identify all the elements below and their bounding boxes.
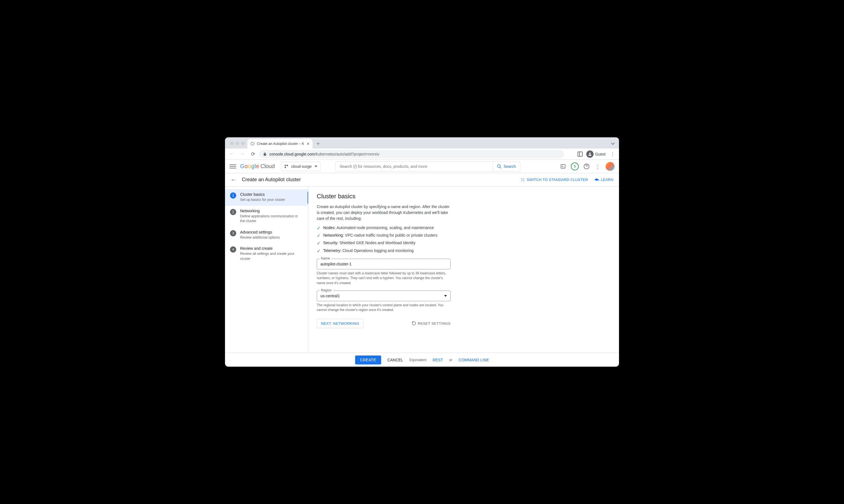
search-button-label: Search bbox=[504, 164, 516, 169]
learn-link[interactable]: LEARN bbox=[594, 178, 613, 182]
url-host: console.cloud.google.com bbox=[269, 152, 315, 156]
feature-telemetry: ✓ Telemetry: Cloud Operations logging an… bbox=[317, 248, 611, 254]
svg-point-8 bbox=[521, 180, 522, 181]
search-button[interactable]: Search bbox=[493, 162, 520, 171]
section-heading: Cluster basics bbox=[317, 193, 611, 200]
project-icon bbox=[285, 165, 288, 168]
tabs-dropdown-icon[interactable] bbox=[609, 140, 617, 148]
traffic-light-min[interactable] bbox=[235, 142, 239, 145]
page-footer: CREATE CANCEL Equivalent REST or COMMAND… bbox=[225, 353, 619, 367]
utilities-menu-icon[interactable]: ⋮ bbox=[594, 163, 601, 170]
tab-close-icon[interactable]: ✕ bbox=[306, 142, 310, 146]
tab-title: Create an Autopilot cluster – K bbox=[257, 142, 304, 146]
search-box[interactable]: Search bbox=[336, 161, 520, 172]
profile-chip[interactable]: Guest bbox=[586, 150, 605, 158]
panel-toggle-icon[interactable] bbox=[577, 151, 583, 158]
svg-point-7 bbox=[524, 178, 524, 179]
command-line-link[interactable]: COMMAND LINE bbox=[459, 358, 489, 362]
cancel-button[interactable]: CANCEL bbox=[387, 358, 403, 362]
next-networking-button[interactable]: NEXT: NETWORKING bbox=[317, 319, 363, 328]
create-button[interactable]: CREATE bbox=[355, 356, 382, 364]
region-value: us-central1 bbox=[320, 294, 340, 298]
switch-cluster-link[interactable]: SWITCH TO STANDARD CLUSTER bbox=[521, 178, 588, 182]
reset-settings-button[interactable]: RESET SETTINGS bbox=[412, 321, 451, 326]
project-picker[interactable]: cloud-surge bbox=[282, 162, 320, 171]
refresh-icon bbox=[412, 321, 416, 326]
cloud-shell-icon[interactable] bbox=[560, 163, 566, 170]
region-helper-text: The regional location in which your clus… bbox=[317, 303, 451, 313]
url: console.cloud.google.com/kubernetes/auto… bbox=[269, 152, 380, 156]
step-title: Review and create bbox=[240, 246, 303, 251]
learn-icon bbox=[594, 178, 599, 182]
step-title: Networking bbox=[240, 209, 303, 213]
gcp-top-bar: Google Cloud cloud-surge Search 5 ⋮ bbox=[225, 160, 619, 173]
name-label: Name bbox=[320, 256, 331, 260]
search-icon bbox=[497, 164, 502, 169]
svg-point-2 bbox=[497, 164, 500, 167]
region-field: Region us-central1 bbox=[317, 291, 451, 301]
page-sub-header: ← Create an Autopilot cluster SWITCH TO … bbox=[225, 173, 619, 186]
help-icon[interactable] bbox=[583, 163, 590, 170]
step-title: Advanced settings bbox=[240, 230, 280, 234]
browser-tab-strip: Create an Autopilot cluster – K ✕ + bbox=[225, 137, 619, 148]
svg-marker-0 bbox=[251, 142, 254, 145]
person-icon bbox=[586, 150, 594, 158]
caret-down-icon bbox=[315, 166, 317, 167]
check-icon: ✓ bbox=[317, 233, 320, 238]
step-review[interactable]: 4 Review and create Review all settings … bbox=[225, 243, 308, 265]
google-cloud-logo[interactable]: Google Cloud bbox=[240, 163, 275, 169]
svg-rect-4 bbox=[561, 164, 565, 168]
account-avatar[interactable] bbox=[605, 162, 615, 171]
browser-window: Create an Autopilot cluster – K ✕ + ← → … bbox=[225, 137, 619, 367]
step-title: Cluster basics bbox=[240, 192, 285, 197]
nav-menu-icon[interactable] bbox=[229, 164, 236, 168]
back-arrow-icon[interactable]: ← bbox=[231, 176, 237, 183]
browser-tab[interactable]: Create an Autopilot cluster – K ✕ bbox=[247, 139, 313, 148]
search-input[interactable] bbox=[336, 164, 493, 169]
step-desc: Review additional options bbox=[240, 235, 280, 240]
window-controls[interactable] bbox=[228, 142, 247, 148]
nav-forward-icon[interactable]: → bbox=[238, 150, 247, 159]
feature-networking: ✓ Networking: VPC-native traffic routing… bbox=[317, 233, 611, 238]
url-path: /kubernetes/auto/add?project=nmrxiv bbox=[315, 152, 380, 156]
or-label: or bbox=[449, 358, 453, 362]
check-icon: ✓ bbox=[317, 240, 320, 246]
browser-toolbar: ← → ⟳ console.cloud.google.com/kubernete… bbox=[225, 148, 619, 160]
region-label: Region bbox=[320, 288, 333, 292]
name-field: Name bbox=[317, 259, 451, 269]
nav-back-icon[interactable]: ← bbox=[227, 150, 236, 159]
step-number: 4 bbox=[230, 247, 236, 253]
check-icon: ✓ bbox=[317, 248, 320, 254]
address-bar[interactable]: console.cloud.google.com/kubernetes/auto… bbox=[259, 150, 564, 158]
wizard-sidebar: 1 Cluster basics Set up basics for your … bbox=[225, 186, 309, 353]
page-body: 1 Cluster basics Set up basics for your … bbox=[225, 186, 619, 353]
step-desc: Set up basics for your cluster bbox=[240, 197, 285, 202]
step-advanced[interactable]: 3 Advanced settings Review additional op… bbox=[225, 227, 308, 244]
svg-point-6 bbox=[521, 178, 522, 179]
check-icon: ✓ bbox=[317, 226, 320, 231]
intro-text: Create an Autopilot cluster by specifyin… bbox=[317, 204, 451, 221]
traffic-light-max[interactable] bbox=[241, 142, 245, 145]
profile-label: Guest bbox=[595, 152, 605, 156]
logo-cloud-text: Cloud bbox=[261, 163, 275, 169]
equivalent-label: Equivalent bbox=[409, 358, 426, 362]
main-content: Cluster basics Create an Autopilot clust… bbox=[309, 186, 619, 353]
lock-icon bbox=[263, 152, 267, 156]
cluster-name-input[interactable] bbox=[317, 259, 451, 269]
notifications-badge[interactable]: 5 bbox=[571, 162, 579, 170]
name-helper-text: Cluster names must start with a lowercas… bbox=[317, 271, 451, 286]
step-desc: Review all settings and create your clus… bbox=[240, 251, 303, 261]
step-networking[interactable]: 2 Networking Define applications communi… bbox=[225, 206, 308, 227]
nav-reload-icon[interactable]: ⟳ bbox=[248, 150, 258, 159]
new-tab-button[interactable]: + bbox=[314, 140, 322, 148]
browser-menu-icon[interactable]: ⋮ bbox=[609, 151, 617, 157]
step-desc: Define applications communication in the… bbox=[240, 214, 303, 224]
tab-favicon bbox=[250, 142, 254, 146]
step-number: 1 bbox=[230, 193, 236, 199]
rest-link[interactable]: REST bbox=[433, 358, 443, 362]
step-cluster-basics[interactable]: 1 Cluster basics Set up basics for your … bbox=[225, 190, 308, 206]
traffic-light-close[interactable] bbox=[230, 142, 233, 145]
feature-security: ✓ Security: Shielded GKE Nodes and Workl… bbox=[317, 240, 611, 246]
region-select[interactable]: us-central1 bbox=[317, 291, 451, 301]
swap-icon bbox=[521, 178, 525, 182]
